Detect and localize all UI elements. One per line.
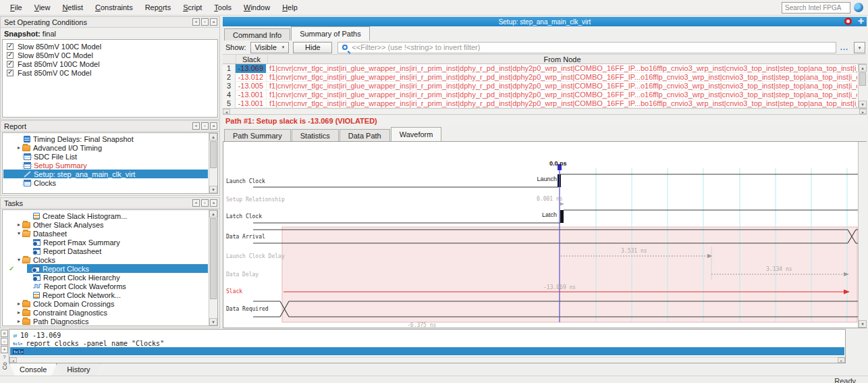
task-report-clocks[interactable]: Report Clocks: [27, 264, 208, 273]
tab-console[interactable]: Console: [9, 363, 57, 376]
checkbox-checked-icon[interactable]: [7, 52, 13, 59]
scroll-left-icon[interactable]: ◂: [223, 109, 230, 114]
waveform-scrollbar[interactable]: ▾: [858, 142, 867, 328]
checkbox-checked-icon[interactable]: [7, 43, 13, 50]
list-item[interactable]: Fast 850mV 100C Model: [7, 59, 100, 68]
column-from-node[interactable]: From Node: [267, 55, 857, 64]
checkbox-checked-icon[interactable]: [7, 61, 13, 68]
scroll-thumb[interactable]: [859, 72, 866, 86]
table-row[interactable]: 4 -13.001 f1|cnvr|cnvr_tlgc_inst|iri_glu…: [223, 91, 857, 99]
close-icon[interactable]: ×: [210, 122, 217, 130]
scroll-thumb[interactable]: [210, 218, 217, 299]
report-item-setup-summary[interactable]: Setup Summary: [3, 161, 208, 170]
tab-statistics[interactable]: Statistics: [292, 129, 339, 141]
chevron-right-icon[interactable]: ▸: [16, 318, 22, 324]
list-item[interactable]: Slow 850mV 100C Model: [7, 42, 101, 51]
table-row[interactable]: 5 -13.001 f1|cnvr|cnvr_tlgc_inst|iri_glu…: [223, 99, 857, 108]
slack-cell[interactable]: -13.069: [236, 64, 267, 73]
slack-cell[interactable]: -13.005: [236, 82, 267, 91]
menu-netlist[interactable]: Netlist: [56, 1, 89, 14]
chevron-down-icon[interactable]: ▾: [16, 230, 22, 236]
from-node-cell[interactable]: f1|cnvr|cnvr_tlgc_inst|iri_glue_wrapper_…: [267, 91, 857, 99]
slack-cell[interactable]: -13.012: [236, 73, 267, 82]
console-line[interactable]: tcl> report_clocks -panel_name "Clocks": [10, 339, 844, 347]
show-select[interactable]: Visible ▾: [250, 42, 290, 53]
menu-view[interactable]: View: [28, 1, 57, 14]
pin-icon[interactable]: +: [192, 18, 200, 26]
report-scrollbar[interactable]: ▴ ▾: [209, 133, 217, 193]
panel-detach-icon[interactable]: ✚: [858, 18, 864, 25]
console-hscrollbar[interactable]: ◂ ▸: [9, 357, 845, 363]
list-item[interactable]: Slow 850mV 0C Model: [7, 51, 93, 59]
tab-path-summary[interactable]: Path Summary: [224, 129, 291, 141]
task-folder-constraint-diag[interactable]: ▸Constraint Diagnostics: [3, 308, 208, 317]
float-icon[interactable]: ▫: [1, 338, 8, 345]
scroll-up-icon[interactable]: ▴: [209, 210, 217, 218]
report-item-clocks[interactable]: Clocks: [3, 178, 208, 187]
scroll-up-icon[interactable]: ▴: [859, 64, 867, 72]
menu-tools[interactable]: Tools: [208, 1, 238, 14]
menu-reports[interactable]: Reports: [139, 1, 178, 14]
close-icon[interactable]: ×: [210, 199, 217, 207]
report-item-setup-clk-virt[interactable]: Setup: step_ana_main_clk_virt: [3, 170, 208, 178]
tab-command-info[interactable]: Command Info: [224, 28, 290, 41]
scroll-up-icon[interactable]: ▴: [209, 133, 217, 141]
table-row[interactable]: 3 -13.005 f1|cnvr|cnvr_tlgc_inst|iri_glu…: [223, 82, 857, 91]
table-scrollbar[interactable]: ▴ ▾: [858, 64, 867, 108]
pin-icon[interactable]: +: [192, 122, 200, 130]
console-line[interactable]: ⇄ 10 -13.069: [10, 331, 844, 339]
setup-panel-titlebar[interactable]: Setup: step_ana_main_clk_virt ✚: [223, 17, 867, 26]
task-report-datasheet[interactable]: Report Datasheet: [3, 247, 208, 255]
console-output[interactable]: ⇄ 10 -13.069 tcl> report_clocks -panel_n…: [9, 329, 846, 363]
from-node-cell[interactable]: f1|cnvr|cnvr_tlgc_inst|iri_glue_wrapper_…: [267, 82, 857, 90]
help-icon[interactable]: ?: [1, 354, 8, 361]
pin-icon[interactable]: +: [1, 346, 8, 353]
menu-window[interactable]: Window: [238, 1, 276, 14]
task-create-slack-histogram[interactable]: Create Slack Histogram...: [3, 211, 208, 220]
close-icon[interactable]: ×: [1, 330, 8, 337]
chevron-right-icon[interactable]: ▸: [16, 145, 22, 151]
tab-history[interactable]: History: [57, 363, 100, 376]
task-folder-clock-domain[interactable]: ▸Clock Domain Crossings: [3, 299, 208, 308]
slack-cell[interactable]: -13.001: [236, 99, 267, 108]
task-report-clock-waveforms[interactable]: Report Clock Waveforms: [3, 282, 208, 290]
scroll-down-icon[interactable]: ▾: [209, 186, 217, 193]
menu-file[interactable]: File: [4, 1, 28, 14]
table-row[interactable]: 2 -13.012 f1|cnvr|cnvr_tlgc_inst|iri_glu…: [223, 73, 857, 82]
scroll-thumb[interactable]: [210, 141, 217, 168]
list-item[interactable]: Fast 850mV 0C Model: [7, 68, 91, 77]
scroll-right-icon[interactable]: ▸: [859, 109, 867, 114]
task-report-fmax[interactable]: Report Fmax Summary: [3, 238, 208, 247]
menu-script[interactable]: Script: [177, 1, 208, 14]
report-item-advanced-io[interactable]: ▸Advanced I/O Timing: [3, 143, 208, 152]
filter-dropdown-button[interactable]: ▾: [854, 42, 865, 53]
task-folder-path-diag[interactable]: ▸Path Diagnostics: [3, 317, 208, 326]
scroll-down-icon[interactable]: ▾: [859, 320, 867, 328]
float-icon[interactable]: ▫: [201, 122, 209, 130]
search-input[interactable]: [782, 2, 850, 14]
chevron-right-icon[interactable]: ▸: [16, 222, 22, 228]
tab-summary-of-paths[interactable]: Summary of Paths: [291, 26, 369, 41]
task-folder-datasheet[interactable]: ▾Datasheet: [3, 229, 208, 238]
report-item-timing-delays[interactable]: Timing Delays: Final Snapshot: [3, 134, 208, 143]
from-node-cell[interactable]: f1|cnvr|cnvr_tlgc_inst|iri_glue_wrapper_…: [267, 64, 857, 72]
pin-icon[interactable]: +: [192, 199, 200, 207]
task-folder-clocks[interactable]: ▾Clocks: [3, 255, 208, 264]
task-folder-design-metrics[interactable]: ▸Design Metrics: [3, 326, 208, 326]
column-slack[interactable]: Slack: [236, 55, 267, 64]
task-report-clock-network[interactable]: Report Clock Network...: [3, 290, 208, 299]
float-icon[interactable]: ▫: [201, 18, 209, 26]
checkbox-checked-icon[interactable]: [7, 70, 13, 76]
filter-input[interactable]: <<Filter>> (use !<string> to invert filt…: [337, 42, 836, 53]
from-node-cell[interactable]: f1|cnvr|cnvr_tlgc_inst|iri_glue_wrapper_…: [267, 99, 857, 107]
panel-close-icon[interactable]: [844, 18, 852, 25]
float-icon[interactable]: ▫: [201, 199, 209, 207]
scroll-down-icon[interactable]: ▾: [209, 318, 217, 326]
console-line-selected[interactable]: tcl>: [10, 347, 844, 355]
task-report-clock-hierarchy[interactable]: Report Clock Hierarchy: [3, 273, 208, 282]
tab-waveform[interactable]: Waveform: [391, 127, 442, 141]
task-folder-other-slack[interactable]: ▸Other Slack Analyses: [3, 220, 208, 229]
more-options-icon[interactable]: ...: [840, 43, 848, 51]
from-node-cell[interactable]: f1|cnvr|cnvr_tlgc_inst|iri_glue_wrapper_…: [267, 73, 857, 81]
scroll-right-icon[interactable]: ▸: [838, 357, 845, 363]
